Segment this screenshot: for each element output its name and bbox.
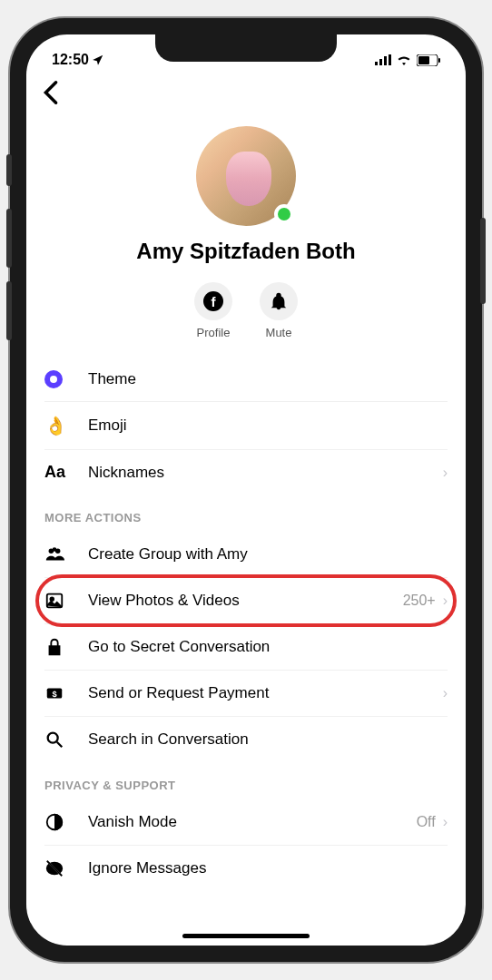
vanish-mode-value: Off xyxy=(417,814,436,830)
theme-item[interactable]: Theme xyxy=(44,358,448,402)
money-icon: $ xyxy=(44,683,64,703)
photo-icon xyxy=(44,591,64,611)
vanish-mode-label: Vanish Mode xyxy=(88,813,417,831)
svg-rect-5 xyxy=(418,56,429,64)
facebook-icon: f xyxy=(203,291,223,311)
back-button[interactable] xyxy=(43,80,59,112)
chevron-icon: › xyxy=(443,814,448,830)
send-payment-item[interactable]: $ Send or Request Payment › xyxy=(44,671,448,717)
ignore-messages-label: Ignore Messages xyxy=(88,859,448,877)
create-group-label: Create Group with Amy xyxy=(88,545,448,564)
svg-rect-6 xyxy=(438,58,440,63)
secret-conversation-item[interactable]: Go to Secret Conversation xyxy=(44,624,448,671)
view-photos-item[interactable]: View Photos & Videos 250+ › xyxy=(44,578,448,624)
photos-count: 250+ xyxy=(403,593,436,609)
chevron-icon: › xyxy=(443,685,448,701)
more-actions-header: MORE ACTIONS xyxy=(44,495,448,532)
nicknames-label: Nicknames xyxy=(88,464,443,482)
group-icon xyxy=(44,544,64,564)
mute-action-label: Mute xyxy=(266,326,292,339)
privacy-header: PRIVACY & SUPPORT xyxy=(44,762,448,799)
profile-action-label: Profile xyxy=(197,326,231,339)
avatar-container[interactable] xyxy=(196,126,296,226)
cellular-icon xyxy=(375,54,391,65)
vanish-mode-item[interactable]: Vanish Mode Off › xyxy=(44,799,448,846)
search-item[interactable]: Search in Conversation xyxy=(44,717,448,762)
profile-name: Amy Spitzfaden Both xyxy=(26,239,466,264)
svg-point-11 xyxy=(50,597,54,601)
svg-rect-1 xyxy=(379,59,382,65)
bell-icon xyxy=(269,291,289,311)
svg-point-9 xyxy=(53,547,57,552)
nicknames-item[interactable]: Aa Nicknames › xyxy=(44,450,448,495)
search-icon xyxy=(44,730,64,750)
online-status-dot xyxy=(274,204,294,224)
ignore-icon xyxy=(44,858,64,878)
emoji-label: Emoji xyxy=(88,416,448,435)
create-group-item[interactable]: Create Group with Amy xyxy=(44,532,448,578)
send-payment-label: Send or Request Payment xyxy=(88,684,443,702)
status-time: 12:50 xyxy=(52,52,89,68)
ok-hand-icon: 👌 xyxy=(44,415,74,436)
view-photos-label: View Photos & Videos xyxy=(88,592,403,610)
secret-conversation-label: Go to Secret Conversation xyxy=(88,638,448,656)
chevron-icon: › xyxy=(443,593,448,609)
wifi-icon xyxy=(397,54,411,65)
mute-action-button[interactable]: Mute xyxy=(260,282,298,339)
svg-rect-0 xyxy=(375,62,378,65)
svg-text:$: $ xyxy=(52,690,56,699)
lock-icon xyxy=(44,637,64,657)
svg-point-14 xyxy=(48,733,58,743)
battery-icon xyxy=(417,54,440,66)
chevron-icon: › xyxy=(443,465,448,481)
profile-action-button[interactable]: f Profile xyxy=(194,282,232,339)
ignore-messages-item[interactable]: Ignore Messages xyxy=(44,846,448,891)
svg-rect-3 xyxy=(389,54,391,65)
text-icon: Aa xyxy=(44,463,74,482)
vanish-icon xyxy=(44,812,64,832)
emoji-item[interactable]: 👌 Emoji xyxy=(44,402,448,450)
location-icon xyxy=(92,54,104,66)
home-indicator[interactable] xyxy=(182,934,310,938)
search-label: Search in Conversation xyxy=(88,730,448,749)
theme-icon xyxy=(44,370,63,388)
theme-label: Theme xyxy=(88,370,448,388)
svg-rect-2 xyxy=(384,56,387,65)
